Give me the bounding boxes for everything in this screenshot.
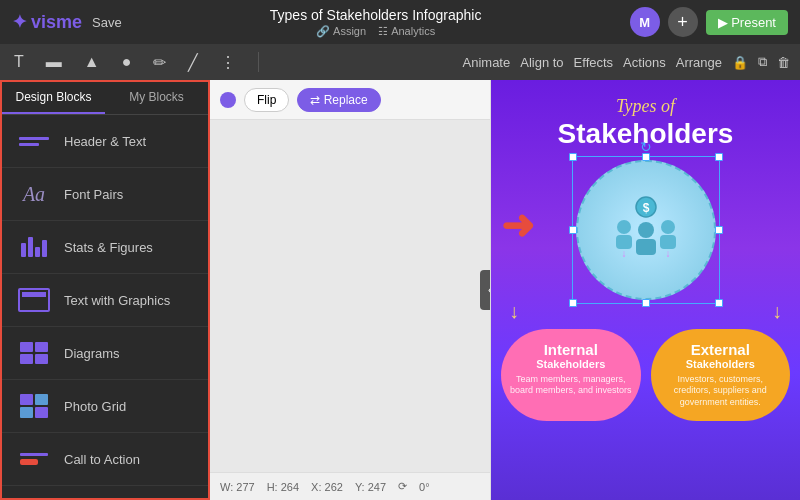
svg-point-2 [617,220,631,234]
color-swatch[interactable] [220,92,236,108]
document-title: Types of Stakeholders Infographic [270,7,482,23]
svg-point-4 [638,222,654,238]
photo-grid-icon [16,392,52,420]
canvas-width: W: 277 [220,481,255,493]
sidebar-item-font-pairs[interactable]: Aa Font Pairs [2,168,208,221]
pen-tool[interactable]: ✏ [149,49,170,76]
sidebar-item-stats-figures[interactable]: Stats & Figures [2,221,208,274]
sidebar-item-label: Header & Text [64,134,146,149]
sidebar-item-diagrams[interactable]: Diagrams [2,327,208,380]
canvas-y: Y: 247 [355,481,386,493]
external-card-text: Investors, customers, creditors, supplie… [659,374,783,409]
save-button[interactable]: Save [92,15,122,30]
tab-design-blocks[interactable]: Design Blocks [2,82,105,114]
sidebar-item-header-text[interactable]: Header & Text [2,115,208,168]
effects-button[interactable]: Effects [574,55,614,70]
avatar: M [630,7,660,37]
stakeholder-circle-group[interactable]: ➜ $ [556,160,736,290]
replace-button[interactable]: ⇄ Replace [297,88,380,112]
add-collaborator-button[interactable]: + [668,7,698,37]
top-bar-center: Types of Stakeholders Infographic 🔗 Assi… [270,7,482,38]
svg-rect-3 [616,235,632,249]
red-arrow: ➜ [501,202,535,248]
analytics-link[interactable]: ☷ Analytics [378,25,435,38]
internal-card[interactable]: Internal Stakeholders Team members, mana… [501,329,641,421]
stakeholders-svg: $ ↓ ↓ [606,195,686,265]
toolbar2: T ▬ ▲ ● ✏ ╱ ⋮ Animate Align to Effects A… [0,44,800,80]
bottom-cards: Internal Stakeholders Team members, mana… [501,329,790,421]
present-button[interactable]: ▶ Present [706,10,788,35]
svg-rect-7 [660,235,676,249]
visme-v-icon: ✦ [12,11,27,33]
tab-my-blocks[interactable]: My Blocks [105,82,208,114]
toolbar-separator [258,52,259,72]
line-tool[interactable]: ╱ [184,49,202,76]
call-to-action-icon [16,445,52,473]
internal-card-subtitle: Stakeholders [509,358,633,370]
svg-point-6 [661,220,675,234]
actions-button[interactable]: Actions [623,55,666,70]
main-content: Design Blocks My Blocks Header & Text Aa… [0,80,800,500]
canvas-angle-icon: ⟳ [398,480,407,493]
sidebar-item-label: Diagrams [64,346,120,361]
sidebar: Design Blocks My Blocks Header & Text Aa… [0,80,210,500]
doc-meta: 🔗 Assign ☷ Analytics [316,25,435,38]
svg-text:↓: ↓ [665,248,670,259]
sidebar-item-call-to-action[interactable]: Call to Action [2,433,208,486]
infographic-title-bold: Stakeholders [558,119,734,150]
triangle-tool[interactable]: ▲ [80,49,104,75]
sidebar-tabs: Design Blocks My Blocks [2,82,208,115]
visme-wordmark: visme [31,12,82,33]
flip-button[interactable]: Flip [244,88,289,112]
handle-tl[interactable] [569,153,577,161]
more-tools[interactable]: ⋮ [216,49,240,76]
canvas-angle: 0° [419,481,430,493]
header-text-icon [16,127,52,155]
handle-rm[interactable] [715,226,723,234]
external-card[interactable]: External Stakeholders Investors, custome… [651,329,791,421]
handle-tr[interactable] [715,153,723,161]
align-to-button[interactable]: Align to [520,55,563,70]
animate-button[interactable]: Animate [463,55,511,70]
diagrams-icon [16,339,52,367]
rect-tool[interactable]: ▬ [42,49,66,75]
sidebar-collapse-toggle[interactable]: ‹ [480,270,490,310]
trash-icon[interactable]: 🗑 [777,55,790,70]
main-circle[interactable]: $ ↓ ↓ [576,160,716,300]
sidebar-item-label: Call to Action [64,452,140,467]
sidebar-item-label: Font Pairs [64,187,123,202]
font-pairs-icon: Aa [16,180,52,208]
canvas-height: H: 264 [267,481,299,493]
canvas-bottom-bar: W: 277 H: 264 X: 262 Y: 247 ⟳ 0° [210,472,490,500]
top-bar: ✦ visme Save Types of Stakeholders Infog… [0,0,800,44]
sidebar-item-text-graphics[interactable]: Text with Graphics [2,274,208,327]
text-graphics-icon [16,286,52,314]
svg-rect-5 [636,239,656,255]
top-bar-right: M + ▶ Present [630,7,788,37]
left-arrow: ↓ [509,300,519,323]
internal-card-title: Internal [509,341,633,358]
internal-card-text: Team members, managers, board members, a… [509,374,633,397]
circle-tool[interactable]: ● [118,49,136,75]
canvas-x: X: 262 [311,481,343,493]
copy-icon[interactable]: ⧉ [758,54,767,70]
infographic-title-italic: Types of [616,96,675,117]
sidebar-item-label: Text with Graphics [64,293,170,308]
top-bar-left: ✦ visme Save [12,11,122,33]
canvas-scroll[interactable] [210,120,490,472]
visme-logo: ✦ visme [12,11,82,33]
right-panel: Types of Stakeholders ➜ $ [490,80,800,500]
sidebar-item-label: Photo Grid [64,399,126,414]
right-arrow: ↓ [772,300,782,323]
external-card-subtitle: Stakeholders [659,358,783,370]
lock-icon[interactable]: 🔒 [732,55,748,70]
assign-link[interactable]: 🔗 Assign [316,25,366,38]
infographic-canvas[interactable]: Types of Stakeholders ➜ $ [491,80,800,500]
canvas-toolbar: Flip ⇄ Replace PAGE 1 [210,80,490,120]
canvas-area: Flip ⇄ Replace PAGE 1 ‹ W: 277 H: 264 X:… [210,80,490,500]
sidebar-item-photo-grid[interactable]: Photo Grid [2,380,208,433]
text-tool[interactable]: T [10,49,28,75]
svg-text:$: $ [642,201,649,215]
arrange-button[interactable]: Arrange [676,55,722,70]
external-card-title: External [659,341,783,358]
